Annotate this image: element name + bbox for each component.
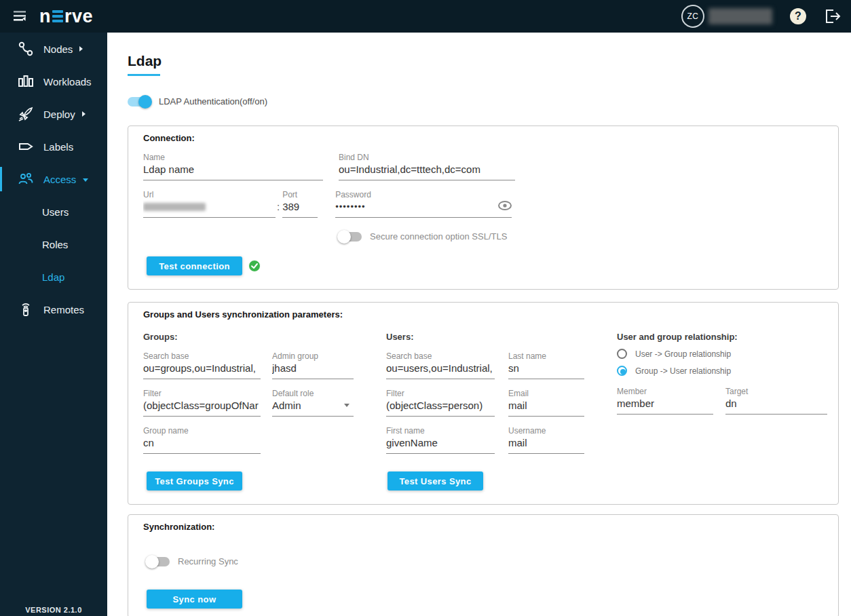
sidebar-item-label: Nodes [43,43,73,55]
default-role-select[interactable]: Admin [272,398,354,417]
email-field: Email mail [508,389,584,417]
label-tag-icon [16,138,35,155]
bind-dn-field: Bind DN ou=Industrial,dc=tttech,dc=com [339,153,515,180]
first-name-label: First name [386,426,495,436]
admin-group-input[interactable]: jhasd [272,361,354,379]
show-password-eye-icon[interactable] [498,201,512,212]
sidebar-item-deploy[interactable]: Deploy [0,98,107,130]
avatar[interactable]: ZC [681,5,704,28]
username-field: Username mail [508,426,584,454]
version-label: VERSION 2.1.0 [0,606,107,614]
access-users-icon [16,171,35,187]
groups-search-base-input[interactable]: ou=groups,ou=Industrial, [143,361,261,379]
topbar: n rve ZC ? [0,0,851,33]
sidebar-item-label: Labels [43,141,73,153]
port-separator: : [276,201,282,218]
name-field-input[interactable]: Ldap name [143,162,323,180]
user-to-group-radio-label: User -> Group relationship [635,349,731,359]
ldap-auth-toggle-label: LDAP Authentication(off/on) [159,96,267,107]
groups-column: Groups: Search base ou=groups,ou=Industr… [143,322,354,454]
bind-dn-field-input[interactable]: ou=Industrial,dc=tttech,dc=com [339,162,515,180]
sidebar-item-label: Ldap [42,271,64,283]
sidebar-item-users[interactable]: Users [0,195,107,228]
nodes-icon [16,41,35,57]
chevron-right-icon [82,111,86,117]
users-filter-label: Filter [386,389,495,398]
bind-dn-field-label: Bind DN [339,153,515,162]
user-to-group-radio-row[interactable]: User -> Group relationship [617,349,827,359]
groups-filter-field: Filter (objectClass=groupOfNar [143,389,261,417]
url-field-input[interactable] [143,199,276,218]
target-input[interactable]: dn [725,396,827,415]
ssl-toggle[interactable] [339,232,362,242]
connection-section: Connection: Name Ldap name Bind DN ou=In… [128,126,839,290]
sidebar-item-roles[interactable]: Roles [0,228,107,261]
member-field: Member member [617,387,713,415]
chevron-down-icon [83,178,88,182]
synchronization-section-title: Synchronization: [143,522,823,532]
last-name-label: Last name [508,351,584,361]
ssl-toggle-row: Secure connection option SSL/TLS [339,231,823,242]
sidebar-item-workloads[interactable]: Workloads [0,65,107,98]
test-groups-sync-button[interactable]: Test Groups Sync [147,471,242,490]
connection-section-title: Connection: [143,133,823,143]
group-to-user-radio-row[interactable]: Group -> User relationship [617,366,827,376]
users-filter-input[interactable]: (objectClass=person) [386,398,495,417]
users-search-base-field: Search base ou=users,ou=Industrial, [386,351,495,379]
user-to-group-radio[interactable] [617,349,627,359]
first-name-input[interactable]: givenName [386,436,495,454]
sidebar-item-labels[interactable]: Labels [0,130,107,163]
sidebar-item-nodes[interactable]: Nodes [0,33,107,65]
username-input[interactable]: mail [508,436,584,454]
last-name-field: Last name sn [508,351,584,379]
admin-group-field: Admin group jhasd [272,351,354,379]
password-field-label: Password [335,190,512,199]
test-users-sync-button[interactable]: Test Users Sync [387,471,483,490]
group-name-input[interactable]: cn [143,436,261,454]
groups-filter-input[interactable]: (objectClass=groupOfNar [143,398,261,417]
sync-params-section-title: Groups and Users synchronization paramet… [143,309,823,320]
relationship-heading: User and group relationship: [617,332,827,342]
users-heading: Users: [386,332,584,342]
ldap-auth-toggle[interactable] [128,97,151,107]
port-field-label: Port [282,190,318,199]
logo-text-right: rve [64,6,93,27]
sidebar-item-label: Remotes [43,304,84,315]
deploy-rocket-icon [16,106,35,122]
email-input[interactable]: mail [508,398,584,417]
url-value-redacted [143,203,206,211]
default-role-label: Default role [272,389,354,398]
nerve-logo: n rve [39,6,93,27]
users-search-base-input[interactable]: ou=users,ou=Industrial, [386,361,495,379]
group-to-user-radio-label: Group -> User relationship [635,366,731,376]
logout-icon[interactable] [824,7,841,25]
ssl-toggle-label: Secure connection option SSL/TLS [370,231,507,242]
group-to-user-radio[interactable] [617,366,627,376]
sync-now-button[interactable]: Sync now [147,590,242,609]
ldap-auth-toggle-row: LDAP Authentication(off/on) [128,96,851,107]
synchronization-section: Synchronization: Recurring Sync Sync now [128,514,839,616]
chevron-right-icon [79,46,83,52]
active-indicator-bar [0,167,2,191]
test-connection-button[interactable]: Test connection [147,256,242,275]
sidebar-item-label: Users [42,206,69,218]
password-field-input[interactable]: •••••••• [335,199,512,218]
sidebar-item-ldap[interactable]: Ldap [0,261,107,293]
sidebar-item-access[interactable]: Access [0,163,107,195]
users-column: Users: Search base ou=users,ou=Industria… [386,322,584,454]
test-connection-row: Test connection [147,256,823,275]
sync-now-row: Sync now [147,590,823,609]
port-field-input[interactable]: 389 [282,199,318,218]
recurring-sync-toggle[interactable] [147,557,170,566]
last-name-input[interactable]: sn [508,361,584,379]
users-filter-field: Filter (objectClass=person) [386,389,495,417]
recurring-sync-row: Recurring Sync [147,556,823,566]
url-field: Url [143,190,276,218]
username-label: Username [508,426,584,436]
menu-toggle-icon[interactable] [12,7,30,25]
sidebar-item-remotes[interactable]: Remotes [0,293,107,326]
dropdown-caret-icon[interactable] [344,404,349,407]
name-field-label: Name [143,153,323,162]
member-input[interactable]: member [617,396,713,415]
help-icon[interactable]: ? [790,8,806,24]
